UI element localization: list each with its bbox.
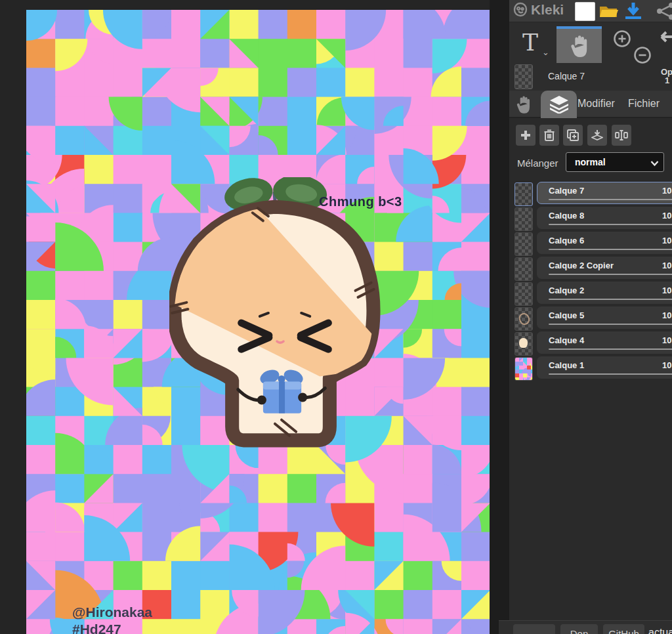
layer-row-calque-2[interactable]: Calque 2 10	[509, 282, 672, 305]
hand-tool-button-selected[interactable]	[556, 26, 602, 63]
plus-icon	[520, 130, 531, 140]
download-icon	[623, 2, 643, 20]
blend-mode-value: normal	[575, 157, 606, 167]
layer-thumbnail[interactable]	[514, 232, 533, 256]
folder-open-icon	[598, 3, 620, 20]
layer-name: Calque 7	[549, 186, 584, 196]
layer-row-calque-2-copier[interactable]: Calque 2 Copier 10	[509, 257, 672, 280]
layer-opacity-value: 10	[662, 285, 671, 295]
share-button[interactable]	[654, 2, 672, 20]
github-button[interactable]: GitHub	[603, 624, 644, 634]
layer-card[interactable]: Calque 8 10	[537, 207, 672, 229]
layer-opacity-value: 10	[662, 186, 671, 196]
duplicate-icon	[567, 129, 579, 141]
app-title: Kleki	[531, 2, 564, 18]
kleki-logo[interactable]: Kleki	[513, 2, 564, 18]
layer-thumbnail[interactable]	[514, 257, 533, 281]
layer-opacity-value: 10	[662, 236, 671, 245]
layer-opacity-slider[interactable]	[549, 249, 672, 250]
layer-opacity-slider[interactable]	[549, 324, 672, 325]
layer-card[interactable]: Calque 7 10	[537, 182, 672, 204]
layer-name: Calque 8	[549, 211, 584, 221]
pattern-preview	[515, 358, 532, 380]
text-tool-label: T	[522, 29, 538, 56]
layer-card[interactable]: Calque 6 10	[537, 232, 672, 254]
layer-row-calque-6[interactable]: Calque 6 10	[509, 232, 672, 255]
layer-row-calque-8[interactable]: Calque 8 10	[509, 207, 672, 230]
undo-button[interactable]	[656, 29, 672, 49]
credit-tag: #Hd247	[72, 621, 152, 634]
layer-opacity-slider[interactable]	[549, 373, 672, 375]
layer-opacity-value: 10	[662, 310, 671, 320]
undo-icon	[656, 29, 672, 49]
layer-name: Calque 1	[549, 360, 584, 370]
delete-layer-button[interactable]	[539, 125, 559, 146]
tab-fichier[interactable]: Fichier	[628, 98, 660, 110]
app-window: Chmung b<3 @Hironakaa #Hd247 Kleki	[0, 0, 672, 634]
tab-layers-selected[interactable]	[541, 91, 577, 118]
actual-size-label[interactable]: actual	[648, 627, 672, 634]
layer-row-calque-1[interactable]: Calque 1 10	[509, 356, 672, 380]
layer-thumbnail[interactable]	[514, 357, 533, 381]
add-layer-button[interactable]	[516, 125, 536, 146]
rename-layer-button[interactable]	[612, 125, 631, 146]
layer-opacity-value: 10	[662, 335, 671, 345]
zoom-in-button[interactable]	[613, 30, 631, 48]
sketch-preview	[518, 312, 531, 326]
layer-opacity-slider[interactable]	[549, 199, 672, 200]
layer-name: Calque 2 Copier	[549, 261, 614, 270]
current-layer-thumbnail[interactable]	[514, 64, 533, 89]
chevron-down-icon	[650, 158, 659, 170]
layer-name: Calque 4	[549, 335, 584, 345]
open-file-button[interactable]	[598, 3, 620, 20]
current-layer-name: Calque 7	[548, 71, 585, 81]
credit-handle: @Hironakaa	[72, 604, 152, 621]
tool-bar: T ⌄	[509, 25, 672, 63]
zoom-out-button[interactable]	[633, 46, 652, 64]
canvas-panel-divider	[490, 0, 509, 634]
character-illustration	[169, 177, 387, 461]
layer-opacity-slider[interactable]	[549, 299, 672, 300]
layer-opacity-slider[interactable]	[549, 224, 672, 225]
rename-icon	[615, 130, 628, 140]
layer-card[interactable]: Calque 5 10	[537, 306, 672, 329]
layer-thumbnail[interactable]	[514, 307, 533, 331]
layer-card[interactable]: Calque 2 Copier 10	[537, 257, 672, 279]
trash-icon	[544, 129, 555, 141]
layer-name: Calque 6	[549, 236, 584, 245]
bottom-bar: ← Don GitHub actual	[499, 620, 672, 634]
layer-opacity-value: 10	[662, 261, 671, 270]
layer-row-calque-5[interactable]: Calque 5 10	[509, 306, 672, 330]
merge-layer-down-button[interactable]	[587, 125, 607, 146]
layer-card[interactable]: Calque 4 10	[537, 331, 672, 354]
current-color-swatch[interactable]	[575, 2, 595, 21]
tab-hand-tool[interactable]	[514, 95, 534, 115]
tab-modifier[interactable]: Modifier	[578, 98, 615, 110]
layer-opacity-slider[interactable]	[549, 349, 672, 350]
layer-thumbnail[interactable]	[514, 182, 533, 206]
text-tool-button[interactable]: T ⌄	[513, 26, 551, 63]
layer-thumbnail[interactable]	[514, 207, 533, 231]
hand-icon	[514, 95, 533, 115]
layer-opacity-slider[interactable]	[549, 274, 672, 275]
duplicate-layer-button[interactable]	[563, 125, 583, 146]
save-download-button[interactable]	[623, 2, 644, 20]
back-button[interactable]: ←	[513, 624, 555, 634]
layer-thumbnail[interactable]	[514, 332, 533, 356]
donate-button[interactable]: Don	[560, 624, 598, 634]
opacity-value-clipped: 1	[665, 75, 669, 85]
layer-row-calque-4[interactable]: Calque 4 10	[509, 331, 672, 355]
drawing-canvas[interactable]: Chmung b<3 @Hironakaa #Hd247	[26, 10, 490, 634]
zoom-out-icon	[633, 46, 652, 64]
layer-card[interactable]: Calque 1 10	[537, 356, 672, 379]
layer-row-calque-7[interactable]: Calque 7 10	[509, 182, 672, 205]
layers-icon	[549, 95, 570, 114]
layer-card[interactable]: Calque 2 10	[537, 282, 672, 304]
canvas-caption-text: Chmung b<3	[319, 194, 402, 209]
blend-mode-select[interactable]: normal	[566, 152, 664, 172]
layer-opacity-value: 10	[662, 360, 671, 370]
layer-thumbnail[interactable]	[514, 282, 533, 306]
layer-opacity-value: 10	[662, 211, 671, 221]
share-icon	[654, 2, 672, 20]
layer-name: Calque 5	[549, 310, 584, 320]
